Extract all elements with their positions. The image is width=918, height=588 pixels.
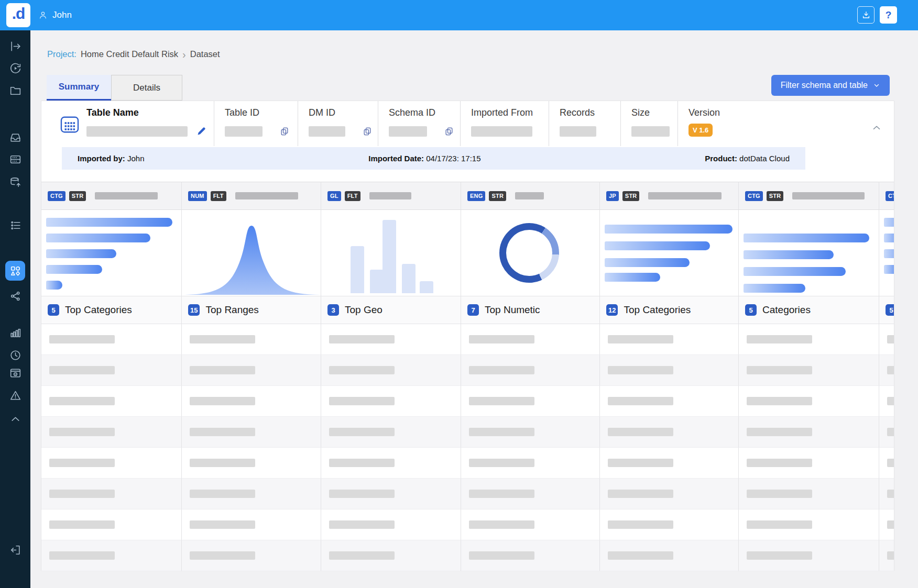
sidebar-item-task-list[interactable] — [6, 216, 25, 235]
sidebar-item-dataset-explorer[interactable] — [5, 261, 25, 281]
sidebar-item-clock[interactable] — [6, 346, 25, 364]
field-value-size — [631, 125, 677, 137]
logo-text: .d — [12, 6, 25, 25]
table-row-cell — [461, 448, 599, 479]
row-placeholder-bar — [329, 428, 395, 436]
field-label-imported-from: Imported From — [471, 107, 549, 118]
column-chart-6 — [879, 210, 894, 296]
sidebar-item-database[interactable] — [6, 150, 25, 169]
hbar-preview — [46, 218, 172, 227]
column-chart-4 — [599, 210, 738, 296]
vbar-preview — [382, 220, 396, 293]
sidebar-item-inbox[interactable] — [6, 128, 25, 147]
field-label-schema-id: Schema ID — [389, 107, 460, 118]
topbar-actions: ? — [857, 6, 897, 24]
breadcrumb: Project: Home Credit Default Risk › Data… — [47, 49, 220, 59]
version-badge: V 1.6 — [688, 124, 713, 137]
app-logo[interactable]: .d — [6, 3, 30, 27]
row-placeholder-bar — [190, 366, 255, 374]
row-placeholder-bar — [747, 428, 812, 436]
sidebar-item-alerts[interactable] — [6, 386, 25, 405]
sidebar-item-share[interactable] — [6, 286, 25, 305]
tab-details[interactable]: Details — [111, 75, 182, 101]
copy-icon[interactable] — [279, 126, 290, 137]
table-row-cell — [461, 479, 599, 509]
inbox-icon — [9, 131, 22, 144]
row-placeholder-bar — [747, 459, 812, 467]
table-row-cell — [321, 355, 461, 386]
row-placeholder-bar — [747, 366, 812, 374]
table-row-cell — [181, 448, 321, 479]
edit-icon[interactable] — [196, 126, 207, 137]
table-row-cell — [599, 417, 738, 448]
sidebar-item-bar-chart[interactable] — [6, 323, 25, 342]
breadcrumb-project-name[interactable]: Home Credit Default Risk — [81, 49, 178, 59]
column-name-placeholder — [792, 192, 865, 199]
tab-summary[interactable]: Summary — [47, 75, 111, 101]
summary-field-table-id: Table ID — [214, 101, 298, 146]
row-placeholder-bar — [608, 490, 673, 498]
table-row-cell — [181, 479, 321, 509]
sidebar-item-database-upload[interactable] — [6, 173, 25, 192]
column-name-placeholder — [648, 192, 722, 199]
column-header-6[interactable]: CTG — [879, 182, 894, 210]
copy-icon[interactable] — [444, 126, 454, 137]
row-placeholder-bar — [190, 520, 255, 529]
column-header-5[interactable]: CTGSTR — [738, 182, 879, 210]
table-row-cell — [879, 479, 894, 509]
table-row-cell — [738, 324, 879, 355]
row-placeholder-bar — [887, 459, 894, 467]
type-badge-ctg: CTG — [886, 191, 894, 201]
download-button[interactable] — [857, 6, 875, 24]
filter-schema-button[interactable]: Filter schema and table — [771, 75, 890, 96]
table-row-cell — [738, 448, 879, 479]
sidebar-item-chevron-up[interactable] — [6, 409, 25, 428]
copy-icon[interactable] — [362, 126, 373, 137]
row-placeholder-bar — [747, 551, 812, 560]
row-placeholder-bar — [49, 459, 115, 467]
field-placeholder-bar — [86, 126, 188, 137]
row-placeholder-bar — [747, 335, 812, 343]
field-label-size: Size — [631, 107, 677, 118]
summary-field-records: Records — [549, 101, 620, 146]
user-menu[interactable]: John — [38, 0, 72, 30]
column-header-2[interactable]: GLFLT — [321, 182, 461, 210]
type-badge-str: STR — [622, 191, 640, 201]
summary-field-schema-id: Schema ID — [378, 101, 460, 146]
table-row-cell — [321, 324, 461, 355]
sidebar-item-app-settings[interactable] — [6, 363, 25, 382]
collapse-summary-button[interactable] — [871, 122, 882, 136]
column-header-4[interactable]: JPSTR — [599, 182, 738, 210]
hbar-preview — [744, 250, 834, 259]
help-button[interactable]: ? — [880, 6, 897, 24]
summary-field-size: Size — [620, 101, 677, 146]
help-icon: ? — [886, 9, 892, 21]
column-header-1[interactable]: NUMFLT — [181, 182, 321, 210]
sidebar-item-folder[interactable] — [6, 81, 25, 99]
row-placeholder-bar — [329, 397, 395, 405]
field-value-version: V 1.6 — [688, 125, 825, 137]
column-name-placeholder — [369, 192, 411, 199]
product-label: Product: — [705, 154, 737, 163]
column-header-0[interactable]: CTGSTR — [41, 182, 181, 210]
table-row-cell — [181, 386, 321, 417]
row-placeholder-bar — [469, 335, 534, 343]
row-placeholder-bar — [887, 397, 894, 405]
row-placeholder-bar — [469, 520, 534, 529]
type-badge-str: STR — [767, 191, 784, 201]
sidebar-item-logout[interactable] — [6, 540, 25, 559]
sidebar-item-run-restore[interactable] — [6, 59, 25, 77]
table-row-cell — [738, 540, 879, 571]
row-placeholder-bar — [190, 551, 255, 560]
hbar-preview — [884, 218, 894, 227]
sidebar-item-collapse-panel[interactable] — [6, 37, 25, 56]
hbar-preview — [605, 241, 710, 250]
table-row-cell — [461, 417, 599, 448]
column-chart-3 — [461, 210, 599, 296]
type-badge-ctg: CTG — [48, 191, 65, 201]
column-header-3[interactable]: ENGSTR — [461, 182, 599, 210]
donut-chart — [499, 223, 559, 283]
table-row-cell — [599, 540, 738, 571]
product: Product: dotData Cloud — [705, 154, 790, 163]
folder-icon — [9, 84, 22, 97]
